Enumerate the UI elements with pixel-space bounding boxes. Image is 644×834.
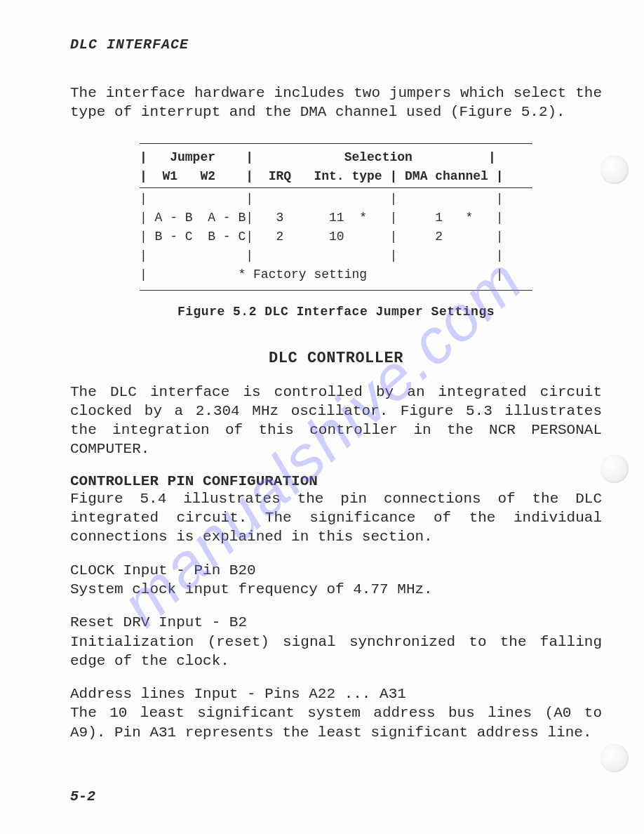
punch-hole xyxy=(601,455,629,483)
jumper-settings-table: | Jumper | Selection | | W1 W2 | IRQ Int… xyxy=(140,143,532,291)
table-blank-row: | | | | xyxy=(140,246,532,265)
clock-input-body: System clock input frequency of 4.77 MHz… xyxy=(70,580,602,599)
section-title: DLC CONTROLLER xyxy=(70,350,602,367)
reset-input-block: Reset DRV Input - B2 Initialization (res… xyxy=(70,613,602,670)
punch-hole xyxy=(601,156,629,184)
page-header: DLC INTERFACE xyxy=(70,37,602,53)
table-header-row-1: | Jumper | Selection | xyxy=(140,148,532,167)
reset-input-body: Initialization (reset) signal synchroniz… xyxy=(70,633,602,671)
clock-input-block: CLOCK Input - Pin B20 System clock input… xyxy=(70,561,602,600)
table-footnote: | * Factory setting | xyxy=(140,265,532,284)
page-number: 5-2 xyxy=(70,788,95,805)
table-header-row-2: | W1 W2 | IRQ Int. type | DMA channel | xyxy=(140,167,532,186)
address-lines-body: The 10 least significant system address … xyxy=(70,703,602,742)
intro-paragraph: The interface hardware includes two jump… xyxy=(70,84,602,122)
pinconfig-paragraph: Figure 5.4 illustrates the pin connectio… xyxy=(70,489,602,547)
reset-input-heading: Reset DRV Input - B2 xyxy=(70,613,602,632)
table-divider xyxy=(140,187,532,188)
address-lines-heading: Address lines Input - Pins A22 ... A31 xyxy=(70,684,602,703)
table-row: | B - C B - C| 2 10 | 2 | xyxy=(140,227,532,246)
address-lines-block: Address lines Input - Pins A22 ... A31 T… xyxy=(70,684,602,742)
table-blank-row: | | | | xyxy=(140,190,532,208)
figure-caption: Figure 5.2 DLC Interface Jumper Settings xyxy=(70,305,602,319)
table-row: | A - B A - B| 3 11 * | 1 * | xyxy=(140,208,532,227)
clock-input-heading: CLOCK Input - Pin B20 xyxy=(70,561,602,580)
controller-paragraph: The DLC interface is controlled by an in… xyxy=(70,383,602,459)
subsection-title: CONTROLLER PIN CONFIGURATION xyxy=(70,473,602,489)
punch-hole xyxy=(601,744,629,772)
document-page: DLC INTERFACE The interface hardware inc… xyxy=(0,0,644,834)
